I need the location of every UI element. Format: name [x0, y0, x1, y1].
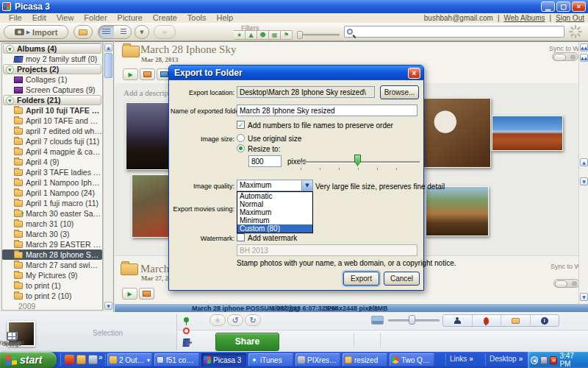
add-numbers-checkbox[interactable]: ✓ [237, 121, 245, 129]
photo-thumbnail[interactable] [492, 116, 563, 151]
taskbar-task-button[interactable]: f51 cove... [154, 353, 199, 367]
sidebar-item[interactable]: March 30 (3) [2, 229, 102, 239]
browse-button[interactable]: Browse... [380, 85, 419, 99]
sidebar-item[interactable]: April 10 fuji TAFE and P birth... [2, 105, 102, 116]
scroll-up-button[interactable]: ▲ [104, 43, 112, 52]
search-input[interactable] [355, 27, 562, 36]
sign-out-link[interactable]: Sign Out [556, 14, 584, 22]
taskbar-task-button[interactable]: Two Que... [390, 353, 434, 367]
sidebar-item[interactable]: to print (1) [2, 280, 102, 291]
menu-item[interactable]: File [4, 13, 27, 23]
sync-to-web-toggle[interactable] [552, 52, 578, 61]
export-button[interactable]: Export [343, 272, 379, 286]
content-scrollbar[interactable]: ▲▲ ▲▲ ▲ ▼ ▼ [578, 42, 588, 304]
menu-item[interactable]: Edit [27, 13, 51, 23]
scroll-up-button[interactable]: ▲ [580, 158, 588, 166]
window-titlebar[interactable]: Picasa 3 ▁ ▢ × [0, 0, 588, 13]
sidebar-item[interactable]: April 1 Nampoo (24) [2, 188, 102, 198]
star-filter-icon[interactable]: ★ [234, 30, 245, 40]
scroll-section-up-button[interactable]: ▲▲ [580, 54, 588, 62]
sidebar-item[interactable]: March 28 Iphone Sky (11) [2, 250, 102, 260]
add-watermark-checkbox[interactable] [237, 233, 245, 241]
combo-dropdown-button[interactable]: ▼ [301, 180, 312, 191]
sidebar-item[interactable]: Albums (4) [3, 43, 101, 54]
add-to-album-button[interactable]: ▾ [179, 338, 196, 347]
action-button[interactable]: Collage [0, 332, 24, 347]
flat-view-button[interactable] [98, 26, 114, 38]
menu-item[interactable]: View [51, 13, 79, 23]
video-filter-icon[interactable]: ▦ [269, 30, 281, 40]
photo-tray-button[interactable] [140, 68, 155, 80]
use-original-size-radio[interactable] [237, 134, 245, 142]
sidebar-item[interactable]: to print 2 (10) [2, 291, 102, 301]
section1-title[interactable]: March 28 Iphone Sky [140, 43, 236, 56]
zoom-slider-thumb[interactable] [409, 315, 415, 325]
resize-pixels-field[interactable] [248, 155, 282, 167]
sidebar-item[interactable]: March 27 sand swimmer baby ... [2, 260, 102, 270]
menu-item[interactable]: Picture [112, 13, 148, 23]
explorer-quicklaunch-icon[interactable] [76, 355, 86, 364]
sidebar-item[interactable]: April 10 TAFE and P birthday (... [2, 116, 102, 126]
quicklaunch-overflow-chevron[interactable]: » [98, 353, 103, 361]
filter-slider-thumb[interactable] [297, 31, 303, 39]
scroll-down-button[interactable]: ▼ [580, 177, 588, 185]
section2-title[interactable]: March [140, 263, 169, 275]
links-toolbar[interactable]: Links» [450, 355, 473, 363]
photo-thumbnail[interactable] [132, 174, 171, 238]
menu-item[interactable]: Help [212, 13, 239, 23]
maximize-button[interactable]: ▢ [556, 1, 570, 12]
sidebar-item[interactable]: April 1 fuji macro (11) [2, 198, 102, 208]
photo-thumbnail[interactable] [126, 102, 171, 170]
dialog-close-button[interactable]: × [408, 68, 420, 79]
quality-option[interactable]: Custom (80) [237, 224, 312, 233]
geotag-filter-icon[interactable]: ⚑ [281, 30, 293, 40]
sidebar-item[interactable]: 2009 [2, 301, 102, 311]
media-player-quicklaunch-icon[interactable] [65, 355, 74, 364]
scroll-down-button[interactable]: ▼ [580, 293, 588, 301]
people-panel-button[interactable] [443, 315, 473, 326]
add-folder-button[interactable] [74, 25, 93, 39]
desktop-toolbar[interactable]: Desktop» [490, 355, 523, 363]
scroll-section-up-button[interactable]: ▲▲ [580, 43, 588, 52]
search-box[interactable] [344, 26, 564, 38]
taskbar-task-button[interactable]: Picasa 3 [201, 353, 246, 367]
share-button[interactable]: Share [215, 333, 279, 351]
sidebar-item[interactable]: march 31 (10) [2, 219, 102, 229]
sidebar-item[interactable]: April 7 clouds fuji (11) [2, 136, 102, 146]
cancel-button[interactable]: Cancel [384, 272, 420, 286]
sidebar-item[interactable]: Collages (1) [2, 74, 102, 85]
taskbar-task-button[interactable]: PIXresizer [295, 353, 340, 367]
taskbar-task-button[interactable]: resized [343, 353, 387, 367]
sidebar-item[interactable]: April 1 Nampoo Iphone (24) [2, 177, 102, 188]
star-button[interactable]: ★ [209, 314, 226, 326]
quality-option[interactable]: Automatic [237, 192, 312, 200]
sidebar-item[interactable]: Projects (2) [3, 64, 101, 74]
image-quality-combobox[interactable]: Maximum ▼ [237, 180, 313, 191]
quality-option[interactable]: Maximum [237, 208, 312, 216]
close-button[interactable]: × [572, 1, 586, 12]
quality-option[interactable]: Minimum [237, 216, 312, 224]
scrollbar-thumb[interactable] [104, 53, 112, 78]
resize-to-radio[interactable] [237, 144, 245, 152]
sync-to-web-toggle[interactable] [553, 279, 580, 288]
network-error-tray-icon[interactable]: ✕ [550, 356, 557, 364]
menu-item[interactable]: Create [148, 13, 182, 23]
sidebar-scrollbar[interactable]: ▲ ▼ [103, 43, 112, 311]
filter-slider-track[interactable] [297, 34, 340, 36]
sidebar-item[interactable]: My Pictures (9) [2, 270, 102, 280]
slideshow-button[interactable]: ▶ [123, 68, 138, 80]
places-panel-button[interactable] [473, 315, 502, 326]
view-options-dropdown[interactable]: ▼ [135, 25, 149, 39]
export-location-field[interactable] [237, 86, 375, 98]
taskbar-task-button[interactable]: iTunes [248, 353, 293, 367]
taskbar-task-button[interactable]: 2 Outlo... [107, 353, 152, 367]
desktop-quicklaunch-icon[interactable] [88, 355, 98, 364]
photo-tray-button[interactable] [139, 288, 154, 300]
hide-icons-button[interactable]: ◀ [531, 356, 538, 364]
slideshow-button[interactable]: ▶ [122, 288, 137, 300]
sidebar-item[interactable]: April 4 magpie & caterpillar (10) [2, 146, 102, 157]
dialog-titlebar[interactable]: Export to Folder [169, 66, 423, 80]
photo-thumbnail[interactable] [423, 98, 491, 168]
resize-slider-thumb[interactable] [354, 155, 361, 166]
sidebar-item[interactable]: March 30 easter Saturday night... [2, 208, 102, 219]
